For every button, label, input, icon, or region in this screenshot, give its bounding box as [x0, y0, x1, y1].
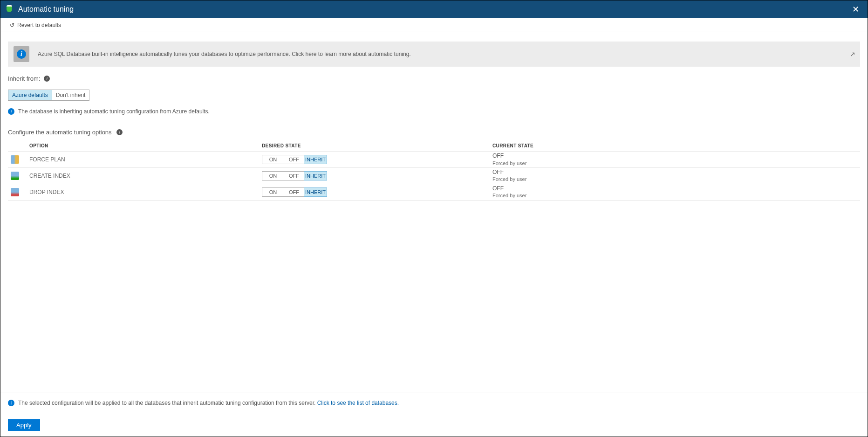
create-index-icon: [11, 172, 19, 180]
header-desired: DESIRED STATE: [262, 143, 492, 148]
info-dot-icon[interactable]: i: [44, 76, 50, 82]
page-title: Automatic tuning: [18, 5, 74, 14]
inherit-azure-defaults[interactable]: Azure defaults: [8, 90, 52, 100]
row-option-label: CREATE INDEX: [8, 172, 262, 180]
titlebar-left: Automatic tuning: [5, 5, 74, 14]
row-desired-state: ON OFF INHERIT: [262, 155, 492, 164]
drop-index-icon: [11, 188, 19, 196]
state-inherit[interactable]: INHERIT: [304, 155, 327, 164]
state-toggle: ON OFF INHERIT: [262, 187, 327, 197]
revert-label: Revert to defaults: [17, 22, 61, 28]
banner-text: Azure SQL Database built-in intelligence…: [38, 51, 411, 57]
undo-icon: ↺: [10, 22, 14, 28]
popout-icon[interactable]: ↗: [850, 50, 855, 58]
info-badge: i: [14, 46, 29, 62]
inherit-toggle: Azure defaults Don't inherit: [8, 90, 89, 101]
bottom-bar: i The selected configuration will be app…: [0, 393, 868, 437]
state-inherit[interactable]: INHERIT: [304, 171, 327, 180]
state-off[interactable]: OFF: [284, 187, 304, 197]
row-current-state: OFF Forced by user: [492, 169, 860, 183]
inherit-from-label: Inherit from: i: [8, 75, 860, 82]
row-desired-state: ON OFF INHERIT: [262, 187, 492, 197]
info-banner[interactable]: i Azure SQL Database built-in intelligen…: [8, 42, 860, 67]
list-databases-link[interactable]: Click to see the list of databases.: [317, 400, 399, 406]
state-on[interactable]: ON: [262, 187, 284, 197]
inherit-dont-inherit[interactable]: Don't inherit: [52, 90, 89, 100]
close-icon[interactable]: ✕: [848, 2, 863, 16]
row-option-label: FORCE PLAN: [8, 155, 262, 164]
row-option-label: DROP INDEX: [8, 188, 262, 196]
table-row: FORCE PLAN ON OFF INHERIT OFF Forced by …: [8, 152, 860, 168]
options-table: OPTION DESIRED STATE CURRENT STATE FORCE…: [8, 140, 860, 201]
row-current-state: OFF Forced by user: [492, 185, 860, 199]
titlebar: Automatic tuning ✕: [0, 0, 868, 18]
table-row: CREATE INDEX ON OFF INHERIT OFF Forced b…: [8, 168, 860, 184]
state-inherit[interactable]: INHERIT: [304, 187, 327, 197]
toolbar: ↺ Revert to defaults: [0, 18, 868, 32]
state-off[interactable]: OFF: [284, 155, 304, 164]
row-current-state: OFF Forced by user: [492, 153, 860, 166]
revert-to-defaults-button[interactable]: ↺ Revert to defaults: [7, 20, 64, 30]
inherit-status: i The database is inheriting automatic t…: [8, 108, 860, 115]
info-icon: i: [17, 49, 26, 59]
force-plan-icon: [11, 155, 19, 164]
content: i Azure SQL Database built-in intelligen…: [0, 32, 868, 385]
app-icon: [5, 5, 14, 14]
header-option: OPTION: [8, 143, 262, 148]
info-icon: i: [8, 108, 14, 115]
header-current: CURRENT STATE: [492, 143, 860, 148]
table-row: DROP INDEX ON OFF INHERIT OFF Forced by …: [8, 184, 860, 201]
state-on[interactable]: ON: [262, 155, 284, 164]
state-off[interactable]: OFF: [284, 171, 304, 180]
table-header: OPTION DESIRED STATE CURRENT STATE: [8, 140, 860, 152]
state-toggle: ON OFF INHERIT: [262, 171, 327, 180]
state-toggle: ON OFF INHERIT: [262, 155, 327, 164]
configure-label: Configure the automatic tuning options i: [8, 129, 860, 136]
state-on[interactable]: ON: [262, 171, 284, 180]
info-dot-icon[interactable]: i: [116, 129, 123, 135]
row-desired-state: ON OFF INHERIT: [262, 171, 492, 180]
apply-button[interactable]: Apply: [8, 419, 40, 431]
footer-message: i The selected configuration will be app…: [8, 400, 860, 406]
info-icon: i: [8, 400, 14, 406]
